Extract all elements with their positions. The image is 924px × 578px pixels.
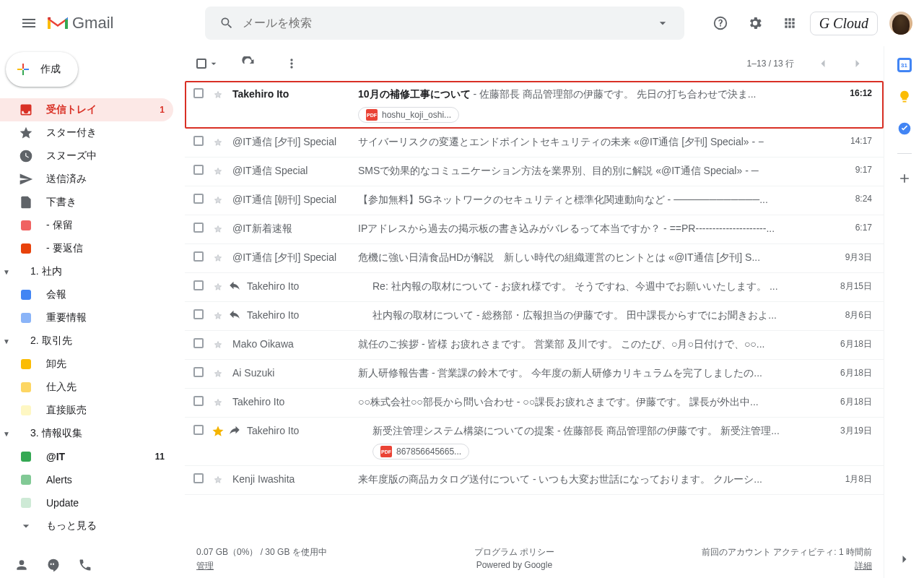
contacts-icon[interactable] [14,558,29,572]
star-button[interactable] [208,250,228,264]
star-button[interactable] [208,87,228,101]
select-all-checkbox[interactable] [196,58,219,69]
mail-row[interactable]: @IT通信 SpecialSMSで効果的なコミュニケーション方法を業界別、目的別… [185,158,884,186]
phone-icon[interactable] [78,558,92,572]
collapse-panel-icon[interactable] [897,552,912,566]
mail-row[interactable]: @IT通信 [朝刊] Special【参加無料】5Gネットワークのセキュリティと… [185,186,884,215]
mail-row[interactable]: @IT新着速報IPアドレスから過去の掲示板の書き込みがバレるって本当ですか？ -… [185,215,884,244]
gmail-logo[interactable]: Gmail [46,14,176,33]
search-bar[interactable] [205,7,684,40]
addons-icon[interactable] [897,171,912,186]
row-checkbox[interactable] [193,163,208,177]
row-checkbox[interactable] [193,337,208,350]
mail-row[interactable]: Takehiro Ito新受注管理システム構築についての提案 - 佐藤部長 商品… [185,418,884,466]
row-checkbox[interactable] [193,394,208,408]
apps-icon[interactable] [775,9,804,38]
clock-icon [19,149,33,163]
row-checkbox[interactable] [193,423,208,437]
next-page-button[interactable] [843,49,872,78]
nav-kaihou[interactable]: 会報 [0,283,173,306]
nav-shiire[interactable]: 仕入先 [0,376,173,399]
star-button[interactable] [208,163,228,178]
nav-sent[interactable]: 送信済み [0,168,173,191]
manage-link[interactable]: 管理 [196,560,327,572]
nav-group-info[interactable]: ▼3. 情報収集 [0,422,185,445]
pdf-icon: PDF [366,109,378,121]
hangouts-icon[interactable] [46,558,61,572]
workspace-brand[interactable]: G Cloud [810,12,878,35]
mail-time: 6月18日 [829,394,872,408]
nav-inbox[interactable]: 受信トレイ 1 [0,98,173,121]
nav-alerts[interactable]: Alerts [0,468,173,491]
star-button[interactable] [208,221,228,236]
pdf-icon: PDF [380,446,392,457]
nav-oroshi[interactable]: 卸先 [0,353,173,376]
row-checkbox[interactable] [193,134,208,148]
prev-page-button[interactable] [808,49,837,78]
mail-row[interactable]: Takehiro Ito10月の補修工事について - 佐藤部長 商品管理部の伊藤… [185,81,884,129]
star-button[interactable] [208,279,228,293]
row-checkbox[interactable] [193,221,208,235]
mail-subject: 【参加無料】5Gネットワークのセキュリティと標準化関連動向など [358,194,665,205]
support-icon[interactable] [706,9,735,38]
mail-sender: @IT通信 Special [228,163,358,178]
star-button[interactable] [208,423,228,438]
mail-row[interactable]: Kenji Iwashita来年度版の商品カタログ送付について - いつも大変お… [185,466,884,495]
mail-sender: Takehiro Ito [243,423,372,436]
account-avatar[interactable] [889,12,912,35]
mail-time: 6月18日 [829,337,872,350]
nav-snoozed[interactable]: スヌーズ中 [0,144,173,168]
activity-text: 前回のアカウント アクティビティ: 1 時間前 [702,546,872,558]
refresh-button[interactable] [234,49,263,78]
mail-row[interactable]: @IT通信 [夕刊] Special危機に強い日清食品HDが解説 新しい時代の組… [185,244,884,273]
search-options-icon[interactable] [647,16,679,30]
star-button[interactable] [208,134,228,149]
attachment-chip[interactable]: PDF867856645665... [372,444,469,460]
nav-drafts[interactable]: 下書き [0,191,173,214]
row-checkbox[interactable] [193,250,208,264]
mail-row[interactable]: Takehiro Ito○○株式会社○○部長から問い合わせ - ○○課長お疲れさ… [185,389,884,418]
mail-time: 14:17 [829,134,872,146]
nav-starred[interactable]: スター付き [0,121,173,144]
policy-link[interactable]: プログラム ポリシー [474,546,554,558]
row-checkbox[interactable] [193,87,208,100]
mail-row[interactable]: Takehiro ItoRe: 社内報の取材について - お疲れ様です。 そうで… [185,273,884,302]
row-checkbox[interactable] [193,366,208,379]
compose-button[interactable]: 作成 [6,52,78,87]
mail-row[interactable]: Takehiro Ito社内報の取材について - 総務部・広報担当の伊藤です。 … [185,302,884,331]
nav-group-internal[interactable]: ▼1. 社内 [0,260,185,283]
star-button[interactable] [208,366,228,380]
star-button[interactable] [208,472,228,486]
mail-row[interactable]: @IT通信 [夕刊] Specialサイバーリスクの変遷とエンドポイントセキュリ… [185,129,884,158]
star-button[interactable] [208,337,228,351]
row-checkbox[interactable] [193,279,208,293]
calendar-icon[interactable]: 31 [897,58,912,72]
search-icon[interactable] [211,16,243,30]
tasks-icon[interactable] [897,121,912,136]
star-button[interactable] [208,308,228,322]
attachment-chip[interactable]: PDFhoshu_koji_oshi... [358,107,459,123]
mail-row[interactable]: Ai Suzuki新人研修報告書 - 営業課の鈴木です。 今年度の新人研修カリキ… [185,360,884,389]
nav-reply-needed[interactable]: - 要返信 [0,237,173,260]
forward-icon [228,423,243,436]
settings-icon[interactable] [741,9,770,38]
row-checkbox[interactable] [193,192,208,206]
nav-chokusetsu[interactable]: 直接販売 [0,399,173,422]
star-button[interactable] [208,192,228,207]
more-button[interactable] [277,49,306,78]
nav-juyou[interactable]: 重要情報 [0,306,173,329]
nav-pending[interactable]: - 保留 [0,214,173,237]
row-checkbox[interactable] [193,308,208,322]
keep-icon[interactable] [897,90,912,104]
row-checkbox[interactable] [193,472,208,486]
nav-more[interactable]: もっと見る [0,514,173,538]
nav-atit[interactable]: @IT11 [0,445,173,468]
details-link[interactable]: 詳細 [855,560,872,572]
star-button[interactable] [208,394,228,409]
main-menu-button[interactable] [12,6,46,40]
nav-group-partners[interactable]: ▼2. 取引先 [0,329,185,353]
nav-update[interactable]: Update [0,491,173,514]
mail-sender: Mako Oikawa [228,337,358,350]
search-input[interactable] [243,17,647,30]
mail-row[interactable]: Mako Oikawa就任のご挨拶 - 皆様 お疲れさまです。 営業部 及川です… [185,331,884,360]
